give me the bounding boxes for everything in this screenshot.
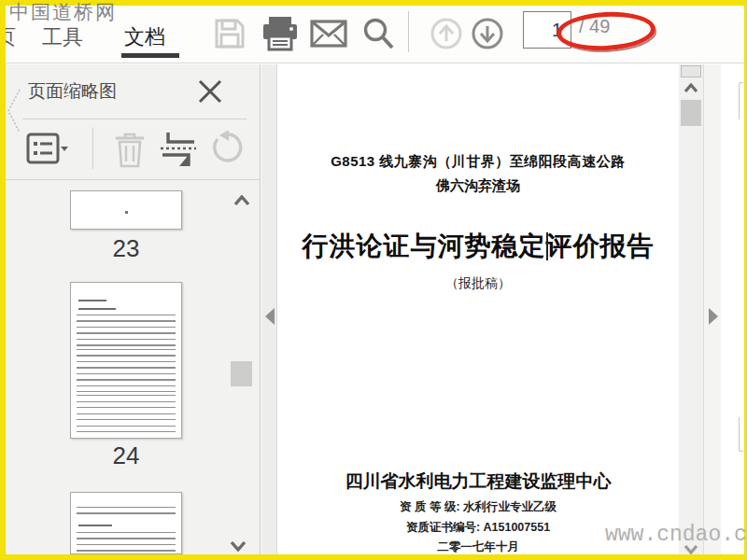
circled-down-arrow-icon xyxy=(471,17,504,50)
sidebar-scroll-down[interactable] xyxy=(230,540,247,552)
rotate-page-button[interactable] xyxy=(205,130,248,169)
circled-up-arrow-icon xyxy=(430,17,463,50)
search-button[interactable] xyxy=(358,13,399,54)
active-tab-underline xyxy=(121,53,179,58)
save-button[interactable] xyxy=(209,13,250,54)
doc-subtitle-line1: G8513 线九寨沟（川甘界）至绵阳段高速公路 xyxy=(277,153,679,171)
thumbnails-panel: 页面缩略图 xyxy=(6,64,261,554)
toolbar-divider xyxy=(408,11,409,52)
document-scrollbar-thumb[interactable] xyxy=(681,100,701,126)
panel-title: 页面缩略图 xyxy=(28,79,117,104)
doc-draft-note: （报批稿） xyxy=(277,275,679,292)
thumbnail-options-button[interactable] xyxy=(26,130,69,169)
doc-title: 行洪论证与河势稳定评价报告 xyxy=(277,229,679,264)
previous-page-button[interactable] xyxy=(426,13,467,54)
faint-bracket-top xyxy=(739,82,743,119)
scrollbar-top-box[interactable] xyxy=(681,65,701,77)
doc-organization: 四川省水利电力工程建设监理中心 xyxy=(277,469,679,494)
chevron-up-icon xyxy=(684,83,698,93)
chevron-left-outline-icon xyxy=(6,88,22,134)
frame-border-left xyxy=(0,0,6,560)
split-page-button[interactable] xyxy=(157,130,200,169)
collapse-left-arrow[interactable] xyxy=(265,308,275,325)
trash-icon xyxy=(112,131,148,168)
pdf-reader-window: 页 工具 文档 xyxy=(0,0,747,560)
close-icon xyxy=(197,79,223,104)
collapse-panel-handle[interactable] xyxy=(6,88,22,134)
crop-split-icon xyxy=(159,131,198,168)
doc-qualification: 资 质 等 级: 水利行业专业乙级 xyxy=(277,499,679,515)
envelope-icon xyxy=(310,20,347,48)
text-cursor xyxy=(546,232,548,260)
email-button[interactable] xyxy=(308,13,349,54)
next-page-button[interactable] xyxy=(467,13,508,54)
floppy-disk-icon xyxy=(213,17,247,50)
tools-divider xyxy=(92,128,93,169)
thumbnail-page-24[interactable] xyxy=(70,282,182,439)
tab-tools[interactable]: 工具 xyxy=(42,23,83,51)
thumbnail-page-23[interactable] xyxy=(70,190,182,230)
faint-bracket-bottom xyxy=(739,417,743,452)
tab-document[interactable]: 文档 xyxy=(124,23,165,51)
print-button[interactable] xyxy=(260,13,301,54)
rotate-ccw-icon xyxy=(208,131,246,168)
list-options-icon xyxy=(26,133,69,166)
tab-partial[interactable]: 页 xyxy=(6,23,19,51)
thumbnail-label-24: 24 xyxy=(70,441,182,470)
thumbnail-pagenum-dot xyxy=(125,211,128,214)
thumbnail-label-23: 23 xyxy=(70,234,182,263)
chevron-down-icon xyxy=(230,540,247,552)
document-scrollbar xyxy=(679,64,703,554)
chevron-up-icon xyxy=(233,195,250,206)
expand-right-arrow[interactable] xyxy=(709,308,718,325)
delete-page-button[interactable] xyxy=(108,130,151,169)
right-margin xyxy=(721,64,744,554)
printer-icon xyxy=(261,16,299,51)
panel-divider xyxy=(22,119,247,119)
doc-subtitle-line2: 佛六沟弃渣场 xyxy=(277,177,679,195)
frame-border-bottom xyxy=(0,554,747,560)
document-page[interactable]: G8513 线九寨沟（川甘界）至绵阳段高速公路 佛六沟弃渣场 行洪论证与河势稳定… xyxy=(276,64,679,554)
close-panel-button[interactable] xyxy=(194,77,226,105)
sidebar-scrollbar-thumb[interactable] xyxy=(231,361,252,386)
document-scroll-up[interactable] xyxy=(684,83,698,93)
magnifier-icon xyxy=(360,16,396,51)
sidebar-scroll-up[interactable] xyxy=(233,195,250,206)
site-watermark-bottom: www.cndao.com xyxy=(605,523,747,547)
thumbnail-page-25[interactable] xyxy=(70,492,182,554)
panel-divider-2 xyxy=(6,179,261,180)
site-watermark-top: 中国道桥网 xyxy=(9,0,117,25)
